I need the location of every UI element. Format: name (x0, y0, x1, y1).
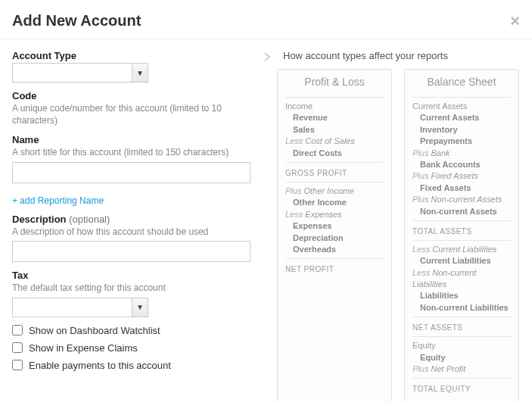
enable-payments-checkbox[interactable] (12, 360, 23, 370)
balance-sheet-card: Balance Sheet Current Assets Current Ass… (404, 69, 519, 406)
account-type-field: Account Type ▼ (12, 50, 257, 83)
report-line: Plus Net Profit (412, 364, 511, 375)
report-line: Current Assets (412, 112, 511, 123)
dashboard-watchlist-checkbox-row[interactable]: Show on Dashboard Watchlist (12, 325, 257, 336)
report-line: NET PROFIT (285, 262, 384, 275)
close-icon[interactable]: × (510, 13, 520, 30)
code-hint: A unique code/number for this account (l… (12, 103, 257, 126)
dashboard-watchlist-label: Show on Dashboard Watchlist (29, 325, 160, 336)
report-line: Bank Accounts (412, 159, 511, 170)
name-hint: A short title for this account (limited … (12, 147, 257, 159)
profit-loss-title: Profit & Loss (285, 76, 384, 91)
report-line: TOTAL EQUITY (412, 382, 511, 395)
name-label: Name (12, 134, 257, 145)
report-line: Equity (412, 352, 511, 364)
report-line: Income (285, 101, 384, 112)
report-line: Plus Other Income (285, 186, 384, 197)
report-line: GROSS PROFIT (285, 166, 384, 179)
tax-field: Tax The default tax setting for this acc… (12, 270, 257, 317)
balance-sheet-title: Balance Sheet (412, 76, 511, 91)
description-label: Description (optional) (12, 214, 257, 225)
report-line: Non-current Assets (412, 206, 511, 217)
report-line: Expenses (285, 220, 384, 232)
report-line: Liabilities (412, 290, 511, 301)
report-line: TOTAL ASSETS (412, 224, 511, 237)
tax-hint: The default tax setting for this account (12, 282, 257, 295)
report-line: Less Expenses (285, 209, 384, 220)
report-line: Sales (285, 124, 384, 136)
report-line: Direct Costs (285, 148, 384, 159)
name-field: Name A short title for this account (lim… (12, 134, 257, 183)
report-line: Revenue (285, 112, 384, 123)
report-line: Depreciation (285, 232, 384, 244)
tax-select[interactable] (12, 298, 148, 317)
account-type-label: Account Type (12, 50, 257, 61)
report-line: NET ASSETS (412, 320, 511, 333)
account-type-select[interactable] (12, 63, 148, 83)
report-line: Less Less Cost of SalesCost of Sales (285, 136, 384, 147)
report-line: Non-current Liabilities (412, 302, 511, 314)
expense-claims-label: Show in Expense Claims (29, 342, 138, 354)
report-line: Less Non-current Liabilities (412, 267, 511, 291)
report-line: Plus Fixed Assets (412, 170, 511, 182)
profit-loss-card: Profit & Loss Income Revenue Sales Less … (277, 69, 392, 406)
description-input[interactable] (12, 241, 250, 262)
report-line: Plus Bank (412, 148, 511, 159)
modal-header: Add New Account × (0, 0, 532, 39)
modal-title: Add New Account (12, 12, 141, 30)
enable-payments-checkbox-row[interactable]: Enable payments to this account (12, 360, 257, 371)
report-line: Inventory (412, 124, 511, 136)
report-line: Current Assets (412, 101, 511, 112)
report-line: Fixed Assets (412, 183, 511, 194)
dashboard-watchlist-checkbox[interactable] (12, 325, 23, 335)
add-reporting-name-link[interactable]: + add Reporting Name (12, 195, 104, 206)
code-label: Code (12, 90, 257, 101)
arrow-right-icon (262, 50, 272, 65)
tax-label: Tax (12, 270, 257, 281)
enable-payments-label: Enable payments to this account (29, 360, 171, 371)
report-line: Equity (412, 340, 511, 351)
expense-claims-checkbox[interactable] (12, 342, 23, 353)
report-line: Less Current Liabilities (412, 244, 511, 255)
report-line: Other Income (285, 197, 384, 208)
report-line: Prepayments (412, 136, 511, 147)
description-field: Description (optional) A description of … (12, 214, 257, 263)
report-line: Overheads (285, 244, 384, 255)
add-account-modal: Add New Account × Account Type ▼ Code A … (0, 0, 532, 415)
description-hint: A description of how this account should… (12, 226, 257, 239)
reports-preview-title: How account types affect your reports (283, 50, 520, 61)
code-field: Code A unique code/number for this accou… (12, 90, 257, 126)
report-line: Current Liabilities (412, 255, 511, 267)
name-input[interactable] (12, 162, 250, 183)
form-column: Account Type ▼ Code A unique code/number… (12, 50, 269, 406)
report-line: Plus Non-current Assets (412, 194, 511, 205)
reports-preview-column: How account types affect your reports Pr… (269, 50, 520, 406)
expense-claims-checkbox-row[interactable]: Show in Expense Claims (12, 342, 257, 354)
